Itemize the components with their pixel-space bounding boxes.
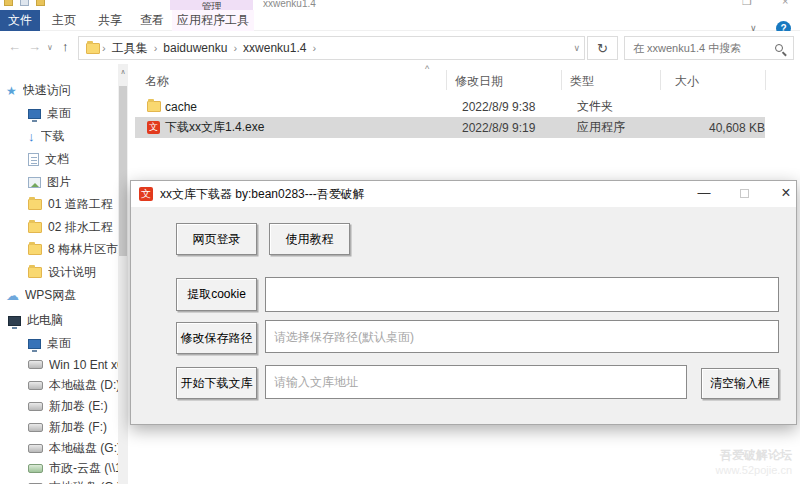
watermark: 吾爱破解论坛 www.52pojie.cn [600,448,792,478]
monitor-icon [28,109,41,119]
star-icon: ★ [6,84,17,98]
contextual-tab-manage[interactable]: 管理 [170,0,253,10]
sidebar-item-drive-e[interactable]: 新加卷 (E:) [28,397,118,416]
computer-icon [8,316,21,326]
extract-cookie-button[interactable]: 提取cookie [176,278,257,311]
sidebar-item-desktop[interactable]: 桌面 [28,334,118,353]
cloud-icon: ☁ [6,288,19,303]
sidebar-item-folder-drainage[interactable]: 02 排水工程 [28,218,118,237]
tab-share[interactable]: 共享 [88,10,132,31]
column-divider[interactable] [446,70,447,90]
sidebar-item-drive-c[interactable]: Win 10 Ent x64 [28,355,118,374]
quick-access-newfolder-icon[interactable] [36,0,45,6]
sidebar-item-folder-meilin[interactable]: 8 梅林片区市政 [28,240,118,259]
breadcrumb-separator: › [100,42,108,54]
up-icon[interactable]: ↑ [62,39,69,54]
scroll-up-icon[interactable]: ∧ [118,68,128,76]
sidebar-item-drive-d[interactable]: 本地磁盘 (D:) [28,376,118,395]
scrollbar-thumb[interactable] [119,86,127,256]
forward-icon[interactable]: → [28,39,41,54]
breadcrumb-separator: › [231,42,239,54]
picture-icon [28,177,41,188]
dialog-close-icon[interactable]: × [769,181,800,207]
breadcrumb-separator: › [152,42,160,54]
sidebar-item-downloads[interactable]: ↓ 下载 [28,127,118,146]
exe-app-icon: 文 [147,121,160,134]
column-header-date[interactable]: 修改日期 [455,73,503,90]
drive-icon [28,444,43,453]
tab-file[interactable]: 文件 [0,10,40,31]
window-close-icon[interactable]: × [782,0,788,7]
breadcrumb-xxwenku14[interactable]: xxwenku1.4 [239,41,310,55]
back-icon[interactable]: ← [8,39,21,54]
refresh-button[interactable]: ↻ [587,36,618,60]
navigation-pane: ★ 快速访问 桌面 ↓ 下载 文档 图片 01 道路工程 [0,64,118,484]
doc-url-input[interactable] [265,365,687,399]
sidebar-item-pictures[interactable]: 图片 [28,173,118,192]
save-path-input[interactable] [265,320,779,353]
sidebar-item-network-drive[interactable]: 市政-云盘 (\\192 [28,459,118,478]
search-icon[interactable] [775,44,783,52]
address-dropdown-icon[interactable]: ∨ [573,43,580,53]
folder-icon [28,267,42,278]
ribbon-tab-bar: 文件 主页 共享 查看 应用程序工具 ∨ ? [0,10,800,31]
dialog-maximize-icon[interactable] [727,181,761,207]
sort-ascending-icon[interactable]: ^ [425,64,429,74]
explorer-window: 管理 xxwenku1.4 ❒ × 文件 主页 共享 查看 应用程序工具 ∨ ?… [0,0,800,484]
sidebar-item-drive-g[interactable]: 本地磁盘 (G:) [28,439,118,458]
quick-access-properties-icon[interactable] [20,0,29,6]
column-divider[interactable] [561,70,562,90]
breadcrumb-toolset[interactable]: 工具集 [108,40,152,57]
network-drive-icon [28,464,43,473]
dialog-titlebar[interactable]: 文 xx文库下载器 by:bean0283---吾爱破解 — × [131,181,796,207]
folder-icon [147,101,161,112]
sidebar-item-this-pc[interactable]: 此电脑 [8,311,118,330]
file-row-exe-selected[interactable]: 文 下载xx文库1.4.exe 2022/8/9 9:19 应用程序 40,60… [135,117,765,138]
column-header-name[interactable]: 名称 [145,73,169,90]
monitor-icon [28,339,41,349]
clear-input-button[interactable]: 清空输入框 [701,368,779,399]
sidebar-item-quick-access[interactable]: ★ 快速访问 [6,81,118,100]
address-row: ← → ∨ ↑ › 工具集 › baiduwenku › xxwenku1.4 … [0,31,800,64]
window-titlebar: 管理 xxwenku1.4 ❒ × [0,0,800,10]
tab-view[interactable]: 查看 [132,10,172,31]
sidebar-scrollbar[interactable]: ∧ [118,64,128,484]
drive-icon [28,381,43,390]
column-header-type[interactable]: 类型 [570,73,594,90]
dialog-app-icon: 文 [139,187,153,201]
window-title: xxwenku1.4 [263,0,316,9]
quick-access-folder-icon[interactable] [4,0,13,6]
address-bar[interactable]: › 工具集 › baiduwenku › xxwenku1.4 › ∨ [78,36,585,60]
sidebar-item-documents[interactable]: 文档 [28,150,118,169]
drive-icon [28,360,43,369]
dialog-title: xx文库下载器 by:bean0283---吾爱破解 [160,186,365,203]
sidebar-item-folder-road[interactable]: 01 道路工程 [28,195,118,214]
column-divider[interactable] [765,70,766,90]
web-login-button[interactable]: 网页登录 [176,223,257,255]
file-row-cache[interactable]: cache 2022/8/9 9:38 文件夹 [135,96,765,117]
tutorial-button[interactable]: 使用教程 [269,223,350,255]
sidebar-item-desktop-pinned[interactable]: 桌面 [28,104,118,123]
sidebar-item-folder-design-notes[interactable]: 设计说明 [28,263,118,282]
cookie-input[interactable] [265,277,779,312]
breadcrumb-baiduwenku[interactable]: baiduwenku [159,41,231,55]
modify-path-button[interactable]: 修改保存路径 [176,322,257,354]
sidebar-item-wps-cloud[interactable]: ☁ WPS网盘 [6,286,118,305]
downloader-dialog: 文 xx文库下载器 by:bean0283---吾爱破解 — × 网页登录 使用… [130,180,797,425]
folder-icon [28,244,42,255]
recent-locations-icon[interactable]: ∨ [47,43,53,52]
drive-icon [28,402,43,411]
column-divider[interactable] [660,70,661,90]
tab-home[interactable]: 主页 [42,10,86,31]
column-header-size[interactable]: 大小 [675,73,699,90]
watermark-line1: 吾爱破解论坛 [600,448,792,463]
search-box [624,36,794,60]
start-download-button[interactable]: 开始下载文库 [176,367,257,399]
tab-application-tools[interactable]: 应用程序工具 [172,10,254,31]
window-maximize-icon[interactable]: ❒ [742,0,752,8]
sidebar-item-drive-f[interactable]: 新加卷 (F:) [28,418,118,437]
sidebar-item-drive-clipped[interactable]: 本地磁盘 (G:) [28,478,118,484]
dialog-minimize-icon[interactable]: — [687,181,721,207]
folder-icon [28,222,42,233]
search-input[interactable] [625,42,775,54]
